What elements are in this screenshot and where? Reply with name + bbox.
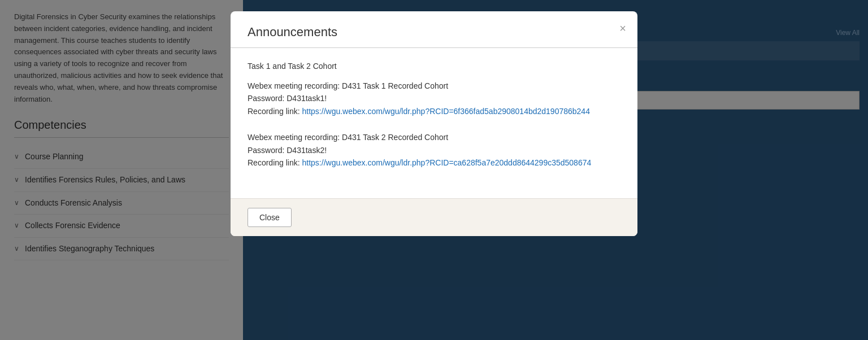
block1-link[interactable]: https://wgu.webex.com/wgu/ldr.php?RCID=6… [302, 107, 590, 116]
block1-line3-label: Recording link: [248, 107, 302, 116]
modal-title: Announcements [248, 25, 620, 40]
announcement-block2-line1: Webex meeting recording: D431 Task 2 Rec… [248, 131, 620, 169]
announcement-block-2: Webex meeting recording: D431 Task 2 Rec… [248, 131, 620, 169]
block1-line1-text: Webex meeting recording: D431 Task 1 Rec… [248, 81, 448, 90]
announcement-block-1: Webex meeting recording: D431 Task 1 Rec… [248, 80, 620, 117]
block1-line2-text: Password: D431task1! [248, 94, 327, 103]
modal-header: Announcements × [231, 11, 637, 48]
block2-line1-text: Webex meeting recording: D431 Task 2 Rec… [248, 133, 448, 142]
block2-line3-label: Recording link: [248, 158, 302, 167]
announcement-group-title: Task 1 and Task 2 Cohort [248, 62, 620, 71]
announcements-modal: Announcements × Task 1 and Task 2 Cohort… [231, 11, 637, 236]
modal-body: Task 1 and Task 2 Cohort Webex meeting r… [231, 48, 637, 198]
modal-close-button[interactable]: × [619, 23, 626, 34]
modal-close-btn[interactable]: Close [248, 208, 292, 227]
block2-line2-text: Password: D431task2! [248, 146, 327, 155]
modal-footer: Close [231, 198, 637, 236]
modal-overlay: Announcements × Task 1 and Task 2 Cohort… [0, 0, 868, 340]
block2-link[interactable]: https://wgu.webex.com/wgu/ldr.php?RCID=c… [302, 158, 592, 167]
announcement-block1-line1: Webex meeting recording: D431 Task 1 Rec… [248, 80, 620, 117]
announcement-group: Task 1 and Task 2 Cohort Webex meeting r… [248, 62, 620, 169]
